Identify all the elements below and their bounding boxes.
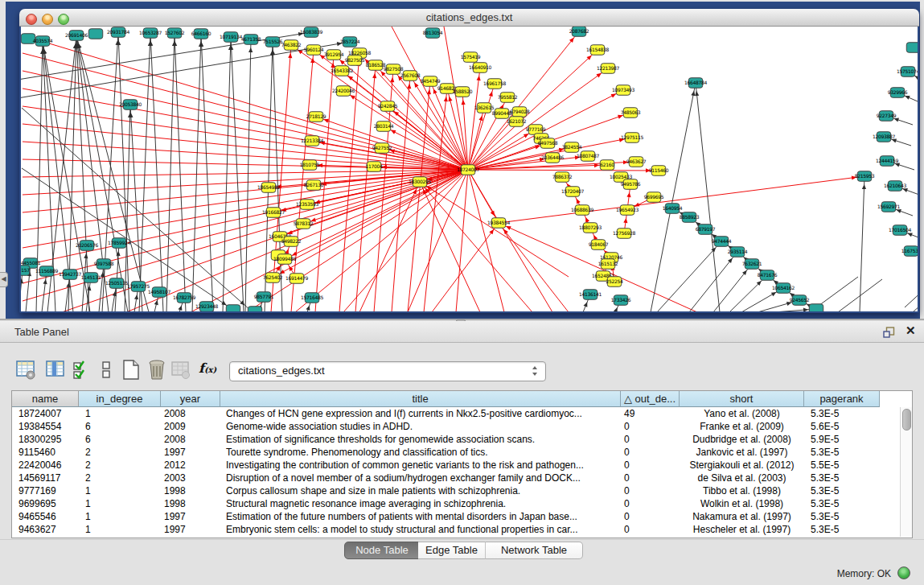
- scrollbar-thumb[interactable]: [902, 409, 911, 431]
- tab-node-table[interactable]: Node Table: [344, 542, 420, 559]
- column-header-out_de[interactable]: △ out_de...: [621, 391, 680, 407]
- cell-title[interactable]: Structural magnetic resonance image aver…: [220, 497, 621, 510]
- column-header-title[interactable]: title: [220, 391, 621, 407]
- cell-in_degree[interactable]: 1: [79, 484, 161, 497]
- cell-out_de[interactable]: 0: [621, 523, 680, 536]
- cell-pagerank[interactable]: 5.3E-5: [804, 497, 880, 510]
- cell-out_de[interactable]: 49: [621, 407, 680, 420]
- column-header-name[interactable]: name: [12, 391, 79, 407]
- cell-out_de[interactable]: 0: [621, 497, 680, 510]
- collapsed-panel-toggle[interactable]: ◀: [0, 272, 8, 287]
- cell-title[interactable]: Investigating the contribution of common…: [220, 459, 621, 472]
- cell-in_degree[interactable]: 6: [79, 433, 161, 446]
- column-settings-icon[interactable]: [45, 359, 66, 381]
- cell-name[interactable]: 9777169: [12, 484, 79, 497]
- cell-year[interactable]: 1998: [161, 484, 220, 497]
- cell-pagerank[interactable]: 5.3E-5: [804, 407, 880, 420]
- tab-edge-table[interactable]: Edge Table: [418, 542, 486, 559]
- close-panel-icon[interactable]: ✕: [906, 323, 916, 338]
- cell-year[interactable]: 1998: [161, 497, 220, 510]
- cell-short[interactable]: Yano et al. (2008): [680, 407, 804, 420]
- cell-short[interactable]: Stergiakouli et al. (2012): [680, 459, 804, 472]
- cell-name[interactable]: 18300295: [12, 433, 79, 446]
- table-row[interactable]: 946554611997Estimation of the future num…: [12, 510, 900, 523]
- float-panel-icon[interactable]: [883, 327, 895, 338]
- cell-year[interactable]: 2009: [161, 420, 220, 433]
- cell-title[interactable]: Tourette syndrome. Phenomenology and cla…: [220, 446, 621, 459]
- cell-out_de[interactable]: 0: [621, 472, 680, 484]
- cell-short[interactable]: Tibbo et al. (1998): [680, 484, 804, 497]
- network-canvas[interactable]: 4035574206914062093178410653287152760264…: [21, 27, 918, 311]
- table-settings-icon[interactable]: [15, 359, 36, 381]
- cell-year[interactable]: 2003: [161, 472, 220, 484]
- cell-year[interactable]: 1997: [161, 446, 220, 459]
- table-row[interactable]: 911546021997Tourette syndrome. Phenomeno…: [12, 446, 900, 459]
- cell-short[interactable]: Nakamura et al. (1997): [680, 510, 804, 523]
- column-header-short[interactable]: short: [680, 391, 804, 407]
- cell-short[interactable]: Hescheler et al. (1997): [680, 523, 804, 536]
- select-mode-icon[interactable]: [72, 359, 92, 381]
- column-header-in_degree[interactable]: in_degree: [79, 391, 161, 407]
- cell-year[interactable]: 1997: [161, 523, 220, 536]
- cell-year[interactable]: 2012: [161, 459, 220, 472]
- memory-status-indicator[interactable]: [897, 566, 910, 579]
- cell-title[interactable]: Corpus callosum shape and size in male p…: [220, 484, 621, 497]
- delete-table-disabled-icon[interactable]: [170, 359, 191, 381]
- delete-rows-icon[interactable]: [146, 359, 167, 381]
- table-row[interactable]: 946362711997Embryonic stem cells: a mode…: [12, 523, 900, 536]
- table-row[interactable]: 1456911722003Disruption of a novel membe…: [12, 472, 900, 484]
- cell-in_degree[interactable]: 6: [79, 420, 161, 433]
- cell-name[interactable]: 19384554: [12, 420, 79, 433]
- cell-title[interactable]: Genome-wide association studies in ADHD.: [220, 420, 621, 433]
- cell-pagerank[interactable]: 5.3E-5: [804, 472, 880, 484]
- cell-pagerank[interactable]: 5.3E-5: [804, 510, 880, 523]
- cell-pagerank[interactable]: 5.3E-5: [804, 446, 880, 459]
- cell-short[interactable]: Wolkin et al. (1998): [680, 497, 804, 510]
- cell-in_degree[interactable]: 2: [79, 446, 161, 459]
- cell-in_degree[interactable]: 2: [79, 472, 161, 484]
- table-vertical-scrollbar[interactable]: [900, 407, 912, 537]
- cell-name[interactable]: 9463627: [12, 523, 79, 536]
- cell-title[interactable]: Changes of HCN gene expression and I(f) …: [220, 407, 621, 420]
- cell-short[interactable]: Dudbridge et al. (2008): [680, 433, 804, 446]
- cell-title[interactable]: Estimation of significance thresholds fo…: [220, 433, 621, 446]
- new-table-icon[interactable]: [121, 359, 142, 381]
- cell-year[interactable]: 2008: [161, 407, 220, 420]
- cell-name[interactable]: 9115460: [12, 446, 79, 459]
- cell-name[interactable]: 22420046: [12, 459, 79, 472]
- cell-name[interactable]: 14569117: [12, 472, 79, 484]
- cell-in_degree[interactable]: 1: [79, 523, 161, 536]
- cell-in_degree[interactable]: 1: [79, 510, 161, 523]
- column-header-year[interactable]: year: [161, 391, 220, 407]
- table-selector-dropdown[interactable]: citations_edges.txt: [229, 361, 546, 381]
- cell-out_de[interactable]: 0: [621, 510, 680, 523]
- network-window-titlebar[interactable]: citations_edges.txt: [19, 9, 919, 27]
- cell-title[interactable]: Embryonic stem cells: a model to study s…: [220, 523, 621, 536]
- merge-tables-icon[interactable]: [97, 359, 117, 381]
- cell-out_de[interactable]: 0: [621, 484, 680, 497]
- table-row[interactable]: 1872400712008Changes of HCN gene express…: [12, 407, 900, 420]
- cell-in_degree[interactable]: 1: [79, 497, 161, 510]
- cell-out_de[interactable]: 0: [621, 433, 680, 446]
- table-row[interactable]: 2242004622012Investigating the contribut…: [12, 459, 900, 472]
- cell-year[interactable]: 1997: [161, 510, 220, 523]
- cell-short[interactable]: Franke et al. (2009): [680, 420, 804, 433]
- cell-out_de[interactable]: 0: [621, 459, 680, 472]
- cell-pagerank[interactable]: 5.3E-5: [804, 484, 880, 497]
- cell-title[interactable]: Disruption of a novel member of a sodium…: [220, 472, 621, 484]
- cell-name[interactable]: 18724007: [12, 407, 79, 420]
- cell-in_degree[interactable]: 2: [79, 459, 161, 472]
- cell-in_degree[interactable]: 1: [79, 407, 161, 420]
- network-window[interactable]: citations_edges.txt 40355742069140620931…: [19, 9, 919, 313]
- table-row[interactable]: 1830029562008Estimation of significance …: [12, 433, 900, 446]
- cell-name[interactable]: 9465546: [12, 510, 79, 523]
- table-row[interactable]: 977716911998Corpus callosum shape and si…: [12, 484, 900, 497]
- table-row[interactable]: 969969511998Structural magnetic resonanc…: [12, 497, 900, 510]
- cell-pagerank[interactable]: 5.9E-5: [804, 433, 880, 446]
- cell-pagerank[interactable]: 5.5E-5: [804, 459, 880, 472]
- function-builder-icon[interactable]: f(x): [199, 360, 216, 376]
- cell-short[interactable]: Jankovic et al. (1997): [680, 446, 804, 459]
- cell-title[interactable]: Estimation of the future numbers of pati…: [220, 510, 621, 523]
- cell-short[interactable]: de Silva et al. (2003): [680, 472, 804, 484]
- cell-pagerank[interactable]: 5.6E-5: [804, 420, 880, 433]
